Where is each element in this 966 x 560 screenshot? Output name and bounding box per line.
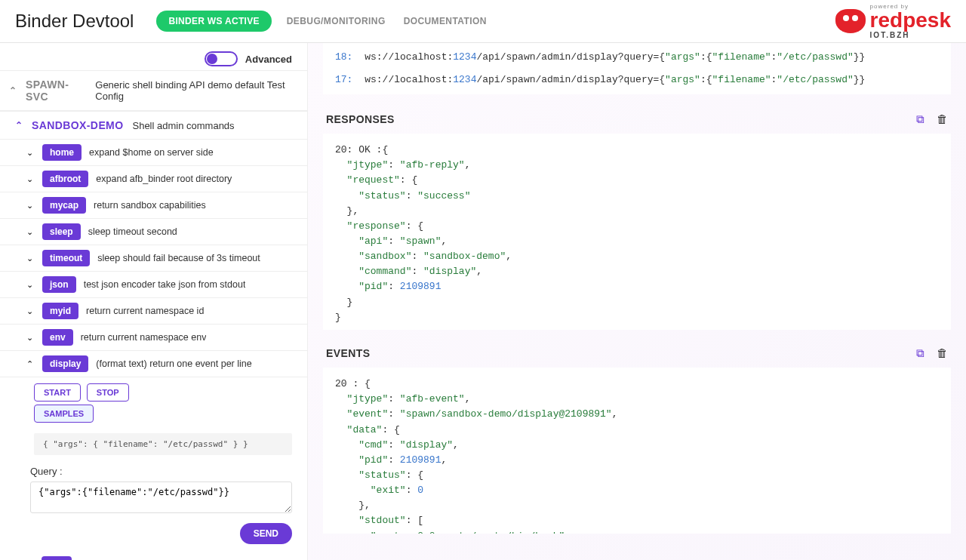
nav-documentation[interactable]: DOCUMENTATION bbox=[404, 16, 487, 26]
chevron-icon: ⌄ bbox=[24, 333, 35, 343]
cmd-row-env[interactable]: ⌄envreturn current namespace env bbox=[0, 325, 307, 351]
chevron-icon: ⌄ bbox=[24, 227, 35, 237]
service-sandbox-demo[interactable]: ⌃ SANDBOX-DEMO Shell admin commands bbox=[0, 111, 307, 140]
query-label: Query : bbox=[0, 463, 307, 482]
cmd-badge[interactable]: home bbox=[42, 144, 82, 161]
chevron-icon: ⌄ bbox=[24, 148, 35, 158]
cmd-badge[interactable]: mycap bbox=[42, 197, 86, 214]
samples-button[interactable]: SAMPLES bbox=[34, 405, 94, 423]
logo-area: powered by redpesk IOT.BZH bbox=[835, 3, 951, 39]
cmd-row-timeout[interactable]: ⌄timeoutsleep should fail because of 3s … bbox=[0, 245, 307, 272]
advanced-toggle[interactable] bbox=[205, 51, 238, 66]
cmd-badge[interactable]: json bbox=[42, 276, 76, 293]
nav-debug[interactable]: DEBUG/MONITORING bbox=[287, 16, 386, 26]
advanced-label: Advanced bbox=[245, 54, 292, 65]
query-input[interactable] bbox=[30, 482, 292, 513]
sample-snippet[interactable]: { "args": { "filename": "/etc/passwd" } … bbox=[34, 433, 292, 455]
cmd-row-mycap[interactable]: ⌄mycapreturn sandbox capabilities bbox=[0, 192, 307, 219]
send-button[interactable]: SEND bbox=[240, 523, 292, 544]
cmd-badge[interactable]: env bbox=[42, 329, 73, 346]
chevron-icon: ⌄ bbox=[24, 280, 35, 290]
cmd-desc: expand afb_binder root directory bbox=[96, 174, 232, 184]
responses-block: 20: OK :{ "jtype": "afb-reply", "request… bbox=[323, 134, 951, 330]
redpesk-logo-icon bbox=[835, 9, 866, 33]
responses-title: RESPONSES bbox=[326, 113, 395, 125]
start-button[interactable]: START bbox=[34, 383, 81, 402]
service-desc: Generic shell binding API demo default T… bbox=[95, 79, 298, 102]
events-block: 20 : { "jtype": "afb-event", "event": "s… bbox=[323, 368, 951, 534]
cmd-desc: sleep should fail because of 3s timeout bbox=[97, 253, 260, 263]
trash-icon[interactable]: 🗑 bbox=[937, 346, 948, 360]
sidebar: Advanced ⌃ SPAWN-SVC Generic shell bindi… bbox=[0, 43, 308, 560]
chevron-icon: ⌄ bbox=[24, 174, 35, 184]
chevron-icon: ⌄ bbox=[24, 201, 35, 211]
chevron-icon: ⌄ bbox=[24, 254, 35, 263]
cmd-badge[interactable]: sleep bbox=[42, 223, 81, 240]
chevron-up-icon: ⌃ bbox=[15, 120, 23, 131]
cmd-badge[interactable]: afbroot bbox=[42, 171, 88, 187]
service-name: SPAWN-SVC bbox=[26, 78, 86, 103]
chevron-up-icon: ⌃ bbox=[9, 85, 17, 96]
cmd-badge[interactable]: display bbox=[42, 355, 88, 372]
app-title: Binder Devtool bbox=[15, 11, 134, 32]
logo-main: redpesk bbox=[870, 10, 951, 31]
main-panel: 18: ws://localhost:1234/api/spawn/admin/… bbox=[308, 43, 966, 560]
copy-icon[interactable]: ⧉ bbox=[916, 346, 924, 360]
service-desc: Shell admin commands bbox=[132, 120, 234, 131]
request-line-17: 17: ws://localhost:1234/api/spawn/admin/… bbox=[335, 72, 939, 88]
chevron-icon: ⌃ bbox=[24, 359, 35, 369]
cmd-row-myid[interactable]: ⌄myidreturn current namespace id bbox=[0, 298, 307, 325]
requests-block: 18: ws://localhost:1234/api/spawn/admin/… bbox=[323, 43, 951, 94]
copy-icon[interactable]: ⧉ bbox=[916, 112, 924, 126]
stop-button[interactable]: STOP bbox=[87, 383, 129, 402]
cmd-desc: expand $home on server side bbox=[89, 147, 214, 158]
cmd-desc: sleep timeout second bbox=[88, 226, 177, 237]
cmd-desc: test json encoder take json from stdout bbox=[84, 279, 246, 290]
chevron-icon: ⌄ bbox=[24, 306, 35, 316]
trash-icon[interactable]: 🗑 bbox=[937, 112, 948, 126]
cmd-desc: return sandbox capabilities bbox=[94, 200, 206, 211]
request-line-18: 18: ws://localhost:1234/api/spawn/admin/… bbox=[335, 49, 939, 66]
cmd-desc: (format text) return one event per line bbox=[96, 358, 251, 369]
cmd-badge[interactable]: list bbox=[42, 556, 72, 560]
service-spawn-svc[interactable]: ⌃ SPAWN-SVC Generic shell binding API de… bbox=[0, 70, 307, 111]
cmd-row-json[interactable]: ⌄jsontest json encoder take json from st… bbox=[0, 272, 307, 298]
cmd-row-sleep[interactable]: ⌄sleepsleep timeout second bbox=[0, 219, 307, 245]
cmd-row-list[interactable]: ⌄listcustom encoder sample outputs json_… bbox=[0, 552, 307, 560]
ws-status-badge: BINDER WS ACTIVE bbox=[156, 11, 271, 32]
logo-sub: IOT.BZH bbox=[870, 31, 951, 39]
cmd-badge[interactable]: myid bbox=[42, 303, 78, 319]
cmd-row-home[interactable]: ⌄homeexpand $home on server side bbox=[0, 140, 307, 166]
cmd-desc: return current namespace env bbox=[81, 332, 207, 343]
cmd-row-display[interactable]: ⌃display(format text) return one event p… bbox=[0, 351, 307, 377]
cmd-row-afbroot[interactable]: ⌄afbrootexpand afb_binder root directory bbox=[0, 166, 307, 192]
cmd-badge[interactable]: timeout bbox=[42, 250, 90, 266]
app-header: Binder Devtool BINDER WS ACTIVE DEBUG/MO… bbox=[0, 0, 966, 43]
cmd-desc: return current namespace id bbox=[86, 306, 204, 316]
events-title: EVENTS bbox=[326, 347, 370, 359]
service-name: SANDBOX-DEMO bbox=[32, 119, 123, 131]
